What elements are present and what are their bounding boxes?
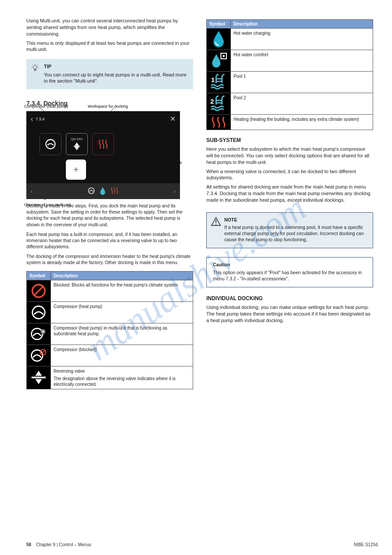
table-row: Reversing valve The designation above th… xyxy=(27,366,193,389)
table-row: Blocked: Blocks all functions for the he… xyxy=(27,280,193,301)
row-desc: Blocked: Blocks all functions for the he… xyxy=(51,280,193,301)
row-desc: Compressor (blocked) xyxy=(51,345,193,366)
reversing-valve-tile[interactable]: QN-XXX xyxy=(66,133,88,155)
caution-title: Caution xyxy=(213,262,367,268)
note-text: If a heat pump is docked to a swimming p… xyxy=(224,225,367,243)
chapter-label: Chapter 9 | Control – Menus xyxy=(36,542,91,547)
row-desc: Reversing valve The designation above th… xyxy=(51,366,193,389)
svg-line-6 xyxy=(37,65,38,65)
col-symbol: Symbol xyxy=(207,20,231,29)
symbol-table-left: Symbol Description Blocked: Blocks all f… xyxy=(26,271,193,389)
tip-text: You can connect up to eight heat pumps i… xyxy=(44,72,188,84)
row-desc: Compressor (heat pump) in multi-unit tha… xyxy=(51,323,193,345)
overview-heat-icon xyxy=(110,186,119,196)
product-label: NIBE S1256 xyxy=(354,542,378,547)
svg-rect-7 xyxy=(34,69,36,71)
table-header-row: Symbol Description xyxy=(27,271,193,280)
svg-marker-14 xyxy=(75,147,78,149)
svg-text:1: 1 xyxy=(211,76,215,83)
back-chevron-icon[interactable]: ‹ xyxy=(31,115,33,123)
tip-title: TIP xyxy=(44,63,188,69)
warning-triangle-icon xyxy=(211,217,221,228)
svg-point-35 xyxy=(216,223,216,224)
table-row: Compressor (heat pump) xyxy=(27,301,193,323)
docking-p3: The docking of the compressor and immers… xyxy=(26,253,193,265)
docking-paragraphs: Docking is made in two steps. First, you… xyxy=(26,203,193,269)
individual-docking-heading: INDIVIDUAL DOCKING xyxy=(206,295,373,301)
compressor-tile[interactable] xyxy=(40,133,61,155)
subsystem-heading: SUB-SYSTEM xyxy=(206,137,373,143)
page-content: Using Multi-unit, you can control severa… xyxy=(0,0,392,407)
note-title: NOTE xyxy=(224,217,367,223)
subsys-p2: When a reversing valve is connected, it … xyxy=(206,168,373,181)
page-number: 58 xyxy=(26,542,31,547)
compressor-icon xyxy=(27,302,50,323)
caution-callout: Caution This option only appears if "Poo… xyxy=(206,257,373,287)
row-desc: Pool 2 xyxy=(231,93,373,115)
intro-paragraph-1: Using Multi-unit, you can control severa… xyxy=(26,18,193,37)
table-row: Hot water comfort xyxy=(207,50,373,72)
right-column: Symbol Description Hot water charging Ho… xyxy=(206,18,373,394)
pool-2-icon: 2 xyxy=(207,93,230,114)
col-symbol: Symbol xyxy=(27,271,51,280)
compressor-blocked-icon xyxy=(27,345,50,366)
add-tile[interactable]: + xyxy=(66,160,86,180)
svg-point-0 xyxy=(33,65,37,69)
table-row: Hot water charging xyxy=(207,29,373,50)
caution-text: This option only appears if "Pool" has b… xyxy=(213,270,367,282)
table-header-row: Symbol Description xyxy=(207,20,373,29)
table-row: 1 Pool 1 xyxy=(207,72,373,93)
svg-line-18 xyxy=(35,287,43,295)
symbol-table-right: Symbol Description Hot water charging Ho… xyxy=(206,19,373,130)
row-desc: Heating (heating the building, includes … xyxy=(231,115,373,130)
svg-marker-13 xyxy=(75,143,78,145)
svg-line-5 xyxy=(32,65,33,65)
row-desc: Hot water comfort xyxy=(231,50,373,72)
heating-icon xyxy=(207,115,230,130)
table-row: Heating (heating the building, includes … xyxy=(207,115,373,130)
left-column: Using Multi-unit, you can control severa… xyxy=(26,18,193,394)
next-arrow-icon[interactable]: › xyxy=(173,188,176,195)
note-callout: NOTE If a heat pump is docked to a swimm… xyxy=(206,212,373,249)
row-desc: Compressor (heat pump) xyxy=(51,301,193,323)
table-row: Compressor (blocked) xyxy=(27,345,193,366)
svg-text:2: 2 xyxy=(210,98,214,105)
col-description: Description xyxy=(51,271,193,280)
svg-marker-26 xyxy=(35,371,42,376)
col-description: Description xyxy=(231,20,373,29)
subsys-p3: All settings for shared docking are made… xyxy=(206,184,373,203)
svg-marker-27 xyxy=(35,379,42,384)
hot-water-icon xyxy=(207,29,230,50)
callout-workspace: Workspace for docking xyxy=(88,104,128,109)
tip-callout: TIP You can connect up to eight heat pum… xyxy=(26,59,193,89)
blocked-icon xyxy=(27,280,50,301)
svg-rect-28 xyxy=(32,377,46,378)
callout-overview: Overview of your multi-unit xyxy=(24,203,71,207)
page-footer: 58 Chapter 9 | Control – Menus NIBE S125… xyxy=(26,542,378,547)
menu-screenshot: ‹ 7.3.4 ✕ QN-XXX xyxy=(26,111,180,199)
table-row: 2 Pool 2 xyxy=(207,93,373,115)
table-row: Compressor (heat pump) in multi-unit tha… xyxy=(27,323,193,345)
svg-rect-30 xyxy=(223,55,224,57)
menu-number: 7.3.4 xyxy=(36,117,44,121)
lightbulb-icon xyxy=(31,63,40,72)
hot-water-comfort-icon xyxy=(207,50,230,71)
row-desc: Pool 1 xyxy=(231,72,373,93)
indiv-p: Using individual docking, you can make u… xyxy=(206,304,373,324)
compressor-subordinate-icon xyxy=(27,323,50,345)
callout-compressor: Compressor (heat pump) xyxy=(24,104,68,109)
pool-1-icon: 1 xyxy=(207,72,230,93)
docking-p2: Each heat pump has a built-in compressor… xyxy=(26,231,193,250)
prev-arrow-icon[interactable]: ‹ xyxy=(31,188,33,195)
intro-paragraph-2: This menu is only displayed if at least … xyxy=(26,40,193,53)
heating-tile[interactable] xyxy=(92,133,114,155)
screenshot-with-callouts: Workspace for docking Compressor (heat p… xyxy=(26,109,193,203)
overview-drop-icon xyxy=(99,186,106,196)
subsys-p1: Here you select the subsystem to which t… xyxy=(206,146,373,166)
row-desc: Hot water charging xyxy=(231,29,373,50)
close-icon[interactable]: ✕ xyxy=(170,115,176,123)
reversing-valve-icon xyxy=(27,367,50,388)
overview-compressor-icon xyxy=(87,186,96,196)
